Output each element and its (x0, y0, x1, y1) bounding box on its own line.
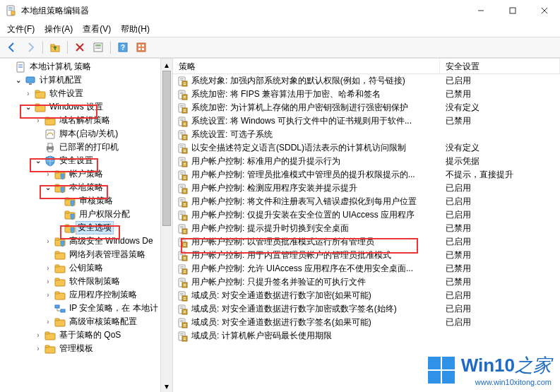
expander-icon[interactable]: › (34, 345, 42, 352)
expander-icon[interactable]: › (44, 170, 52, 178)
menu-view[interactable]: 查看(V) (78, 22, 115, 37)
svg-rect-172 (180, 308, 184, 309)
policy-row[interactable]: 域成员: 对安全通道数据进行数字加密或数字签名(始终)已启用 (173, 302, 560, 316)
tree-software-settings[interactable]: ›软件设置 (0, 87, 172, 100)
expander-icon[interactable]: › (34, 117, 42, 124)
policy-row[interactable]: 用户帐户控制: 标准用户的提升提示行为提示凭据 (173, 155, 560, 168)
tree-policy-qos[interactable]: ›基于策略的 QoS (0, 328, 172, 342)
tree-scripts[interactable]: 脚本(启动/关机) (0, 127, 172, 141)
policy-row[interactable]: 用户帐户控制: 仅提升安装在安全位置的 UIAccess 应用程序已启用 (173, 208, 560, 222)
svg-rect-135 (180, 226, 184, 227)
expander-icon[interactable]: › (44, 264, 52, 272)
expander-icon[interactable]: › (34, 331, 42, 339)
tree-scrollbar[interactable]: ▴ ▾ (160, 59, 172, 392)
up-button[interactable] (47, 40, 63, 55)
tree-node-icon (64, 222, 76, 234)
tree-node-icon (54, 263, 66, 274)
expander-icon[interactable]: ⌄ (14, 76, 23, 84)
policy-icon (177, 290, 189, 302)
tree-audit-policy[interactable]: 审核策略 (0, 194, 172, 208)
svg-rect-93 (180, 132, 184, 133)
svg-rect-139 (184, 232, 186, 232)
policy-row[interactable]: 以安全描述符定义语言(SDDL)语法表示的计算机访问限制没有定义 (173, 141, 560, 155)
properties-button[interactable] (90, 40, 106, 55)
help-button[interactable]: ? (115, 40, 131, 55)
policy-row[interactable]: 用户帐户控制: 将文件和注册表写入错误虚拟化到每用户位置已启用 (173, 195, 560, 208)
policy-row[interactable]: 系统加密: 为计算机上存储的用户密钥强制进行强密钥保护没有定义 (173, 101, 560, 114)
svg-rect-117 (180, 186, 184, 186)
tree-ip-security[interactable]: IP 安全策略，在 本地计 (0, 302, 172, 315)
tree-app-control[interactable]: ›应用程序控制策略 (0, 288, 172, 302)
policy-row[interactable]: 域成员: 计算机帐户密码最长使用期限 (173, 329, 560, 343)
column-setting[interactable]: 安全设置 (440, 59, 560, 73)
toolbar-separator (42, 41, 43, 54)
back-button[interactable] (4, 40, 20, 55)
tree-computer-config[interactable]: ⌄计算机配置 (0, 73, 172, 87)
maximize-button[interactable] (496, 1, 528, 20)
policy-row[interactable]: 用户帐户控制: 检测应用程序安装并提示提升已启用 (173, 182, 560, 195)
svg-rect-162 (184, 284, 186, 285)
menu-action[interactable]: 操作(A) (40, 22, 77, 37)
tree-public-key[interactable]: ›公钥策略 (0, 261, 172, 275)
tree-adv-audit[interactable]: ›高级审核策略配置 (0, 315, 172, 328)
svg-rect-169 (184, 299, 186, 299)
policy-row[interactable]: 域成员: 对安全通道数据进行数字签名(如果可能)已启用 (173, 316, 560, 329)
tree-network-list[interactable]: 网络列表管理器策略 (0, 248, 172, 261)
tree-node-label: 公钥策略 (68, 262, 105, 274)
minimize-button[interactable] (465, 1, 496, 20)
tree-deployed-printers[interactable]: 已部署的打印机 (0, 141, 172, 154)
svg-rect-22 (138, 48, 141, 50)
policy-row[interactable]: 用户帐户控制: 提示提升时切换到安全桌面已禁用 (173, 222, 560, 235)
menu-file[interactable]: 文件(F) (3, 22, 39, 37)
tree-node-label: 高级审核策略配置 (68, 316, 138, 328)
policy-row[interactable]: 系统加密: 将 FIPS 兼容算法用于加密、哈希和签名已禁用 (173, 88, 560, 101)
svg-rect-65 (45, 332, 49, 334)
expander-icon[interactable]: › (44, 278, 52, 285)
column-policy[interactable]: 策略 (173, 59, 440, 73)
tree-user-rights[interactable]: 用户权限分配 (0, 208, 172, 221)
policy-name: 用户帐户控制: 仅提升安装在安全位置的 UIAccess 应用程序 (191, 209, 440, 221)
expander-icon[interactable]: › (44, 291, 52, 299)
svg-rect-85 (184, 111, 186, 112)
policy-row[interactable]: 用户帐户控制: 用于内置管理员帐户的管理员批准模式已禁用 (173, 249, 560, 262)
policy-row[interactable]: 系统对象: 加强内部系统对象的默认权限(例如，符号链接)已启用 (173, 74, 560, 88)
policy-row[interactable]: 用户帐户控制: 允许 UIAccess 应用程序在不使用安全桌面...已禁用 (173, 262, 560, 275)
menu-help[interactable]: 帮助(H) (117, 22, 154, 37)
expander-icon[interactable]: ⌄ (24, 103, 32, 111)
expander-icon[interactable]: › (44, 237, 52, 245)
policy-row[interactable]: 用户帐户控制: 只提升签名并验证的可执行文件已禁用 (173, 275, 560, 289)
tree-node-icon (44, 115, 56, 126)
svg-text:?: ? (121, 44, 125, 52)
tree-software-restriction[interactable]: ›软件限制策略 (0, 275, 172, 288)
tree-node-label: 域名解析策略 (58, 114, 112, 126)
svg-rect-124 (180, 201, 184, 201)
tree-account-policies[interactable]: ›帐户策略 (0, 167, 172, 181)
expander-icon[interactable]: ⌄ (44, 184, 52, 191)
forward-button[interactable] (23, 40, 38, 55)
tree-admin-templates[interactable]: ›管理模板 (0, 342, 172, 355)
tree-windows-settings[interactable]: ⌄Windows 设置 (0, 100, 172, 114)
tree-security-options[interactable]: 安全选项 (0, 221, 172, 234)
tree-node-icon (35, 88, 46, 100)
policy-row[interactable]: 用户帐户控制: 管理员批准模式中管理员的提升权限提示的...不提示，直接提升 (173, 168, 560, 182)
svg-rect-127 (184, 205, 186, 206)
tree-security-settings[interactable]: ⌄安全设置 (0, 154, 172, 167)
policy-name: 域成员: 计算机帐户密码最长使用期限 (191, 330, 440, 342)
policy-row[interactable]: 系统设置: 将 Windows 可执行文件中的证书规则用于软件...已禁用 (173, 114, 560, 128)
tree-adv-windows-defender[interactable]: ›高级安全 Windows De (0, 234, 172, 248)
expander-icon[interactable]: ⌄ (34, 157, 42, 165)
policy-row[interactable]: 系统设置: 可选子系统 (173, 128, 560, 141)
policy-setting: 已启用 (440, 196, 560, 208)
svg-rect-27 (18, 67, 23, 68)
view-button[interactable] (133, 40, 149, 55)
policy-row[interactable]: 域成员: 对安全通道数据进行数字加密(如果可能)已启用 (173, 289, 560, 302)
expander-icon[interactable]: › (44, 318, 52, 326)
delete-button[interactable] (72, 40, 88, 55)
tree-name-resolution[interactable]: ›域名解析策略 (0, 114, 172, 127)
policy-row[interactable]: 用户帐户控制: 以管理员批准模式运行所有管理员已启用 (173, 235, 560, 249)
tree-local-policies[interactable]: ⌄本地策略 (0, 181, 172, 194)
expander-icon[interactable]: › (24, 90, 32, 97)
tree-root[interactable]: 本地计算机 策略 (0, 60, 172, 73)
svg-rect-111 (180, 172, 184, 173)
close-button[interactable] (528, 1, 560, 20)
